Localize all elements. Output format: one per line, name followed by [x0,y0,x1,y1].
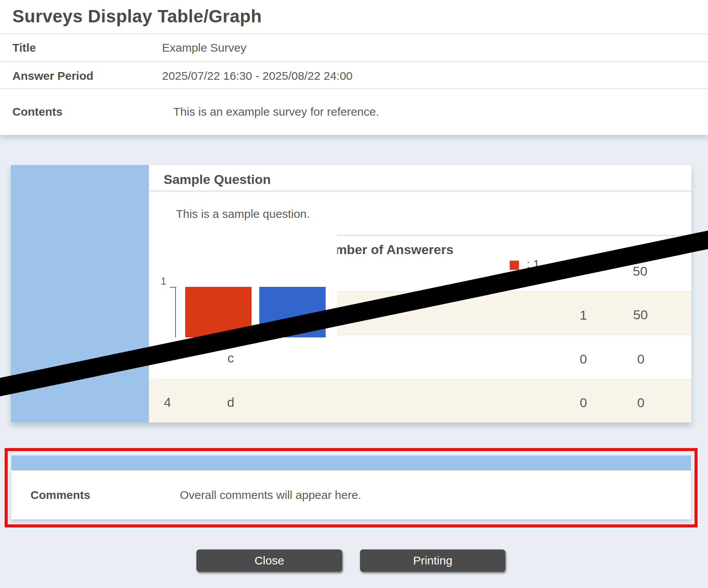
divider [149,190,691,192]
divider [0,88,708,89]
choice-a-color-swatch [510,261,519,270]
choice-b-count: 1 [580,308,587,323]
question-card: Sample Question This is a sample questio… [11,165,691,422]
printing-button[interactable]: Printing [360,549,505,572]
red-highlight-box [5,448,698,527]
meta-value-title: Example Survey [162,39,246,57]
meta-value-contents: This is an example survey for reference. [173,103,379,121]
divider [0,61,708,62]
choice-d-label: d [227,395,235,410]
choice-c-percent: 0 [637,352,645,367]
question-sidebar-accent [11,165,149,422]
choice-c-count: 0 [580,352,587,367]
meta-label-answer-period: Answer Period [12,67,93,85]
choice-b-percent: 50 [633,307,648,322]
close-button[interactable]: Close [196,549,342,572]
y-axis-line [175,287,176,337]
page-title: Surveys Display Table/Graph [12,5,262,27]
answers-bar-chart: 1 [149,235,337,338]
question-description: This is a sample question. [176,206,310,222]
choice-a-percent: 50 [633,264,647,279]
divider [0,34,708,34]
question-title: Sample Question [164,171,271,187]
bar-choice-a [185,287,252,337]
choice-d-percent: 0 [637,395,645,410]
choice-c-label: c [228,350,234,366]
meta-label-contents: Contents [12,103,63,121]
bar-choice-b [259,287,326,337]
meta-value-answer-period: 2025/07/22 16:30 - 2025/08/22 24:00 [162,67,353,85]
choice-a-count: : 1 [527,258,539,271]
choice-d-count: 0 [580,395,587,410]
y-axis-tick-label: 1 [156,275,166,287]
survey-meta-panel: Surveys Display Table/Graph Title Exampl… [0,0,708,135]
choice-d-number: 4 [164,395,171,410]
meta-label-title: Title [12,39,36,57]
